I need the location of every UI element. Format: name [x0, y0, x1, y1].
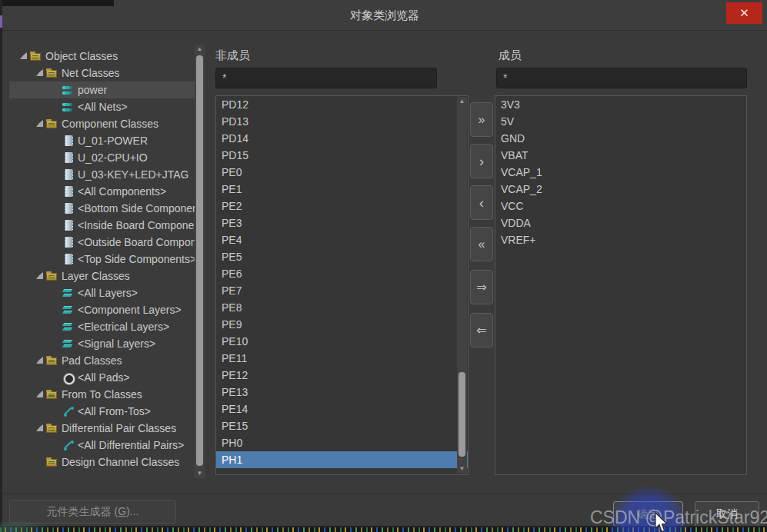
tree-item-design-channel-classes[interactable]: Design Channel Classes — [9, 454, 195, 470]
chip-icon — [62, 219, 75, 231]
tree-item-label: <All Components> — [78, 185, 166, 198]
layers-icon — [62, 321, 75, 333]
list-item-pe15[interactable]: PE15 — [216, 417, 468, 434]
list-item-vbat[interactable]: VBAT — [495, 147, 746, 164]
list-item-pe3[interactable]: PE3 — [216, 214, 468, 231]
expand-arrow-icon[interactable] — [35, 391, 45, 398]
list-item-vcc[interactable]: VCC — [495, 198, 746, 214]
tree-item-all-components[interactable]: <All Components> — [9, 183, 195, 200]
tree-item-all-differential-pairs[interactable]: <All Differential Pairs> — [9, 437, 195, 454]
net-icon — [62, 101, 75, 113]
list-item-pe12[interactable]: PE12 — [216, 367, 468, 384]
list-item-vref[interactable]: VREF+ — [495, 231, 746, 248]
move-right-button[interactable]: › — [470, 144, 493, 178]
cancel-button[interactable]: 取消 — [695, 501, 759, 527]
tree-item-object-classes[interactable]: Object Classes — [9, 48, 195, 65]
list-item-pe10[interactable]: PE10 — [216, 333, 468, 350]
list-item-pe4[interactable]: PE4 — [216, 231, 468, 248]
tree-item-label: <All From-Tos> — [78, 405, 151, 417]
list-item-pd14[interactable]: PD14 — [216, 130, 468, 147]
object-class-browser-dialog: 对象类浏览器 ✕ Object ClassesNet Classespower<… — [2, 0, 767, 526]
tree-item-layer-classes[interactable]: Layer Classes — [9, 268, 195, 284]
tree-item-differential-pair-classes[interactable]: Differential Pair Classes — [9, 420, 195, 437]
list-item-ph0[interactable]: PH0 — [216, 434, 468, 451]
footer-divider — [2, 494, 767, 494]
move-all-right-button[interactable]: » — [470, 102, 493, 137]
tree-item-component-layers[interactable]: <Component Layers> — [9, 301, 195, 318]
move-all-left-button[interactable]: « — [470, 227, 493, 261]
tree-item-signal-layers[interactable]: <Signal Layers> — [9, 335, 195, 352]
list-item-pe2[interactable]: PE2 — [216, 198, 468, 214]
nonmembers-filter-input[interactable]: * — [215, 68, 437, 88]
arrow-spacer — [51, 374, 62, 381]
tree-item-outside-board-components[interactable]: <Outside Board Components> — [9, 234, 195, 251]
tree-item-all-from-tos[interactable]: <All From-Tos> — [9, 403, 195, 420]
replace-right-button[interactable]: ⇒ — [470, 270, 493, 304]
tree-item-power[interactable]: power — [9, 81, 195, 98]
move-left-button[interactable]: ‹ — [470, 185, 493, 220]
nonmembers-scrollbar-thumb[interactable] — [459, 372, 465, 457]
expand-arrow-icon[interactable] — [35, 120, 45, 128]
replace-left-button[interactable]: ⇐ — [470, 313, 493, 347]
folder-icon — [45, 456, 58, 468]
list-item-5v[interactable]: 5V — [495, 113, 746, 130]
scroll-up-icon[interactable]: ▲ — [195, 45, 205, 54]
tree-item-all-nets[interactable]: <All Nets> — [9, 98, 195, 115]
list-item-ph1[interactable]: PH1 — [216, 451, 468, 468]
expand-arrow-icon[interactable] — [35, 69, 45, 77]
scroll-down-icon[interactable]: ▼ — [195, 469, 205, 478]
tree-item-u-02-cpu-io[interactable]: U_02-CPU+IO — [9, 149, 195, 166]
tree-item-bottom-side-components[interactable]: <Bottom Side Components> — [9, 200, 195, 217]
tree-item-all-pads[interactable]: <All Pads> — [9, 369, 195, 386]
chip-icon — [62, 151, 75, 164]
list-item-pe9[interactable]: PE9 — [216, 316, 468, 333]
scroll-down-icon[interactable]: ▼ — [457, 464, 467, 474]
chip-icon — [62, 202, 75, 214]
tree-item-component-classes[interactable]: Component Classes — [9, 115, 195, 132]
tree-item-u-03-key-led-jtag[interactable]: U_03-KEY+LED+JTAG — [9, 166, 195, 183]
expand-arrow-icon[interactable] — [18, 52, 29, 60]
list-item-pe14[interactable]: PE14 — [216, 401, 468, 417]
list-item-pe7[interactable]: PE7 — [216, 282, 468, 299]
expand-arrow-icon[interactable] — [35, 357, 45, 364]
tree-item-inside-board-components[interactable]: <Inside Board Components> — [9, 217, 195, 234]
list-item-vdda[interactable]: VDDA — [495, 214, 746, 231]
nonmembers-scrollbar[interactable]: ▲ ▼ — [457, 97, 467, 474]
list-item-3v3[interactable]: 3V3 — [495, 96, 746, 113]
list-item-pe0[interactable]: PE0 — [216, 164, 468, 181]
list-item-pe11[interactable]: PE11 — [216, 350, 468, 367]
list-item-vcap-2[interactable]: VCAP_2 — [495, 181, 746, 198]
tree-item-all-layers[interactable]: <All Layers> — [9, 284, 195, 301]
expand-arrow-icon[interactable] — [35, 424, 45, 432]
tree-scrollbar-thumb[interactable] — [196, 55, 203, 466]
tree-item-from-to-classes[interactable]: From To Classes — [9, 386, 195, 403]
tree-item-pad-classes[interactable]: Pad Classes — [9, 352, 195, 369]
expand-arrow-icon[interactable] — [35, 272, 45, 280]
members-list: 3V35VGNDVBATVCAP_1VCAP_2VCCVDDAVREF+ — [495, 95, 747, 475]
ok-button[interactable]: 确定 — [613, 501, 683, 527]
scroll-up-icon[interactable]: ▲ — [457, 97, 467, 106]
tree-item-top-side-components[interactable]: <Top Side Components> — [9, 251, 195, 268]
close-button[interactable]: ✕ — [726, 2, 762, 24]
tree-item-electrical-layers[interactable]: <Electrical Layers> — [9, 318, 195, 335]
tree-item-net-classes[interactable]: Net Classes — [9, 65, 195, 81]
list-item-vcap-1[interactable]: VCAP_1 — [495, 164, 746, 181]
list-item-pe8[interactable]: PE8 — [216, 299, 468, 316]
folder-icon — [45, 422, 58, 434]
tree-scrollbar[interactable]: ▲ ▼ — [195, 45, 205, 478]
list-item-pe13[interactable]: PE13 — [216, 384, 468, 401]
members-filter-input[interactable]: * — [496, 68, 747, 88]
title-bar[interactable]: 对象类浏览器 ✕ — [2, 0, 767, 31]
list-item-pe1[interactable]: PE1 — [216, 181, 468, 198]
list-item-gnd[interactable]: GND — [495, 130, 746, 147]
list-item-pd15[interactable]: PD15 — [216, 147, 468, 164]
list-item-pd12[interactable]: PD12 — [216, 96, 468, 113]
list-item-pd13[interactable]: PD13 — [216, 113, 468, 130]
list-item-pe5[interactable]: PE5 — [216, 248, 468, 265]
arrow-spacer — [51, 407, 62, 415]
tree-item-label: <Outside Board Components> — [78, 236, 195, 248]
generator-button-label: 元件类生成器 (G)... — [47, 505, 139, 519]
tree-item-label: <Electrical Layers> — [78, 321, 169, 333]
tree-item-u-01-power[interactable]: U_01-POWER — [9, 132, 195, 149]
list-item-pe6[interactable]: PE6 — [216, 265, 468, 282]
